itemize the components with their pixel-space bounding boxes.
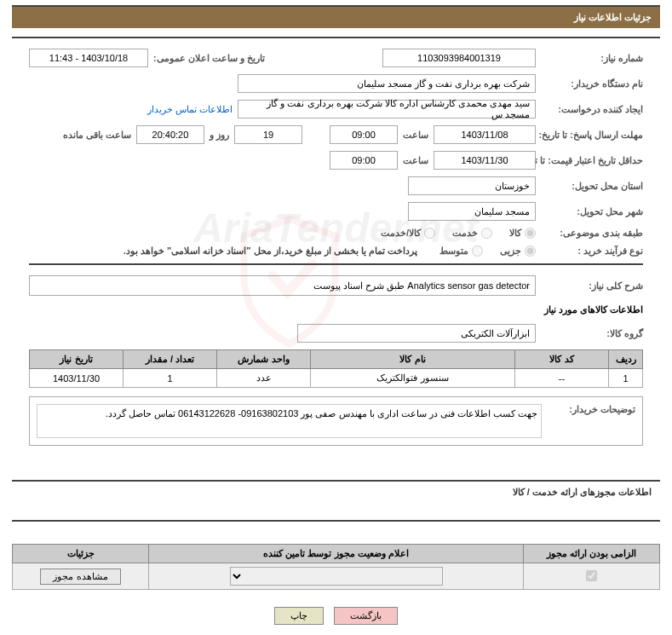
main-content: شماره نیاز: 1103093984001319 تاریخ و ساع…	[12, 37, 660, 463]
th-status: اعلام وضعیت مجوز توسط تامین کننده	[149, 545, 524, 563]
announce-label: تاریخ و ساعت اعلان عمومی:	[153, 53, 265, 64]
radio-both[interactable]	[424, 228, 435, 239]
days-remaining: 19	[234, 125, 302, 144]
countdown-value: 20:40:20	[136, 125, 204, 144]
print-button[interactable]: چاپ	[274, 607, 324, 625]
process-radios: جزیی متوسط	[439, 245, 536, 257]
province-value: خوزستان	[408, 176, 536, 195]
permit-row: مشاهده مجوز	[13, 563, 660, 590]
mandatory-checkbox[interactable]	[586, 570, 597, 581]
price-time-value: 09:00	[330, 151, 398, 170]
cell-unit: عدد	[217, 369, 311, 388]
back-button[interactable]: بازگشت	[334, 607, 398, 625]
page-title: جزئیات اطلاعات نیاز	[12, 5, 660, 28]
permits-section-title: اطلاعات مجوزهای ارائه خدمت / کالا	[12, 480, 660, 503]
cell-qty: 1	[123, 369, 217, 388]
cell-code: --	[515, 369, 609, 388]
goods-group-value: ابزارآلات الکتریکی	[297, 324, 536, 343]
th-row: ردیف	[609, 350, 643, 369]
table-row: 1 -- سنسور فتوالکتریک عدد 1 1403/11/30	[30, 369, 643, 388]
remain-label: ساعت باقی مانده	[63, 130, 131, 141]
radio-partial-label: جزیی	[500, 245, 521, 257]
city-value: مسجد سلیمان	[408, 202, 536, 221]
announce-value: 1403/10/18 - 11:43	[29, 49, 148, 67]
time-label-2: ساعت	[403, 155, 428, 166]
price-validity-label: حداقل تاریخ اعتبار قیمت: تا تاریخ:	[541, 154, 643, 166]
need-no-value: 1103093984001319	[382, 49, 536, 67]
th-unit: واحد شمارش	[217, 350, 311, 369]
general-desc-label: شرح کلی نیاز:	[541, 280, 643, 292]
province-label: استان محل تحویل:	[541, 181, 643, 192]
goods-info-title: اطلاعات کالاهای مورد نیاز	[29, 304, 643, 315]
goods-table: ردیف کد کالا نام کالا واحد شمارش تعداد /…	[29, 349, 643, 388]
category-label: طبقه بندی موضوعی:	[541, 228, 643, 239]
need-no-label: شماره نیاز:	[541, 53, 643, 64]
requester-value: سید مهدی محمدی کارشناس اداره کالا شرکت ب…	[238, 100, 536, 118]
radio-service[interactable]	[481, 228, 492, 239]
th-date: تاریخ نیاز	[30, 350, 123, 369]
permits-body: الزامی بودن ارائه مجوز اعلام وضعیت مجوز …	[12, 520, 660, 590]
goods-group-label: گروه کالا:	[541, 328, 643, 339]
cell-status	[149, 563, 524, 590]
days-and-label: روز و	[210, 130, 229, 141]
category-radios: کالا خدمت کالا/خدمت	[381, 228, 536, 239]
cell-details: مشاهده مجوز	[13, 563, 149, 590]
buyer-notes-text: جهت کسب اطلاعات فنی در ساعت اداری با مهن…	[37, 404, 542, 438]
reply-deadline-label: مهلت ارسال پاسخ: تا تاریخ:	[541, 129, 643, 141]
buyer-org-value: شرکت بهره برداری نفت و گاز مسجد سلیمان	[238, 74, 536, 93]
permits-table: الزامی بودن ارائه مجوز اعلام وضعیت مجوز …	[12, 544, 660, 590]
divider-1	[29, 263, 643, 265]
cell-name: سنسور فتوالکتریک	[311, 369, 515, 388]
radio-service-label: خدمت	[452, 228, 478, 239]
reply-time-value: 09:00	[330, 125, 398, 144]
radio-medium[interactable]	[472, 245, 483, 257]
cell-mandatory	[524, 563, 660, 590]
th-code: کد کالا	[515, 350, 609, 369]
buyer-contact-link[interactable]: اطلاعات تماس خریدار	[147, 104, 233, 115]
price-date-value: 1403/11/30	[434, 151, 536, 170]
process-label: نوع فرآیند خرید :	[541, 245, 643, 257]
requester-label: ایجاد کننده درخواست:	[541, 104, 643, 115]
time-label-1: ساعت	[403, 130, 428, 141]
th-details: جزئیات	[13, 545, 149, 563]
radio-goods[interactable]	[525, 228, 536, 239]
footer-buttons: چاپ بازگشت	[0, 607, 672, 625]
th-qty: تعداد / مقدار	[123, 350, 217, 369]
cell-date: 1403/11/30	[30, 369, 123, 388]
radio-goods-label: کالا	[509, 228, 521, 239]
city-label: شهر محل تحویل:	[541, 206, 643, 217]
reply-date-value: 1403/11/08	[434, 125, 536, 144]
view-permit-button[interactable]: مشاهده مجوز	[40, 569, 120, 585]
th-mandatory: الزامی بودن ارائه مجوز	[524, 545, 660, 563]
payment-note: پرداخت تمام یا بخشی از مبلغ خرید،از محل …	[123, 245, 417, 257]
radio-medium-label: متوسط	[439, 245, 468, 257]
status-select[interactable]	[230, 567, 443, 586]
radio-partial[interactable]	[525, 245, 536, 257]
radio-both-label: کالا/خدمت	[381, 228, 421, 239]
buyer-notes-box: توضیحات خریدار: جهت کسب اطلاعات فنی در س…	[29, 396, 643, 446]
buyer-org-label: نام دستگاه خریدار:	[541, 78, 643, 89]
cell-row: 1	[609, 369, 643, 388]
buyer-notes-label: توضیحات خریدار:	[550, 404, 635, 438]
th-name: نام کالا	[311, 350, 515, 369]
general-desc-value: طبق شرح اسناد پیوست Analytics sensor gas…	[29, 275, 536, 296]
